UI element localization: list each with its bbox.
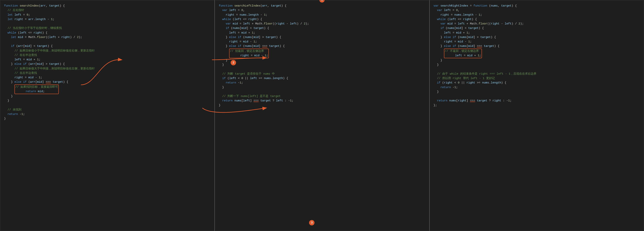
- code-middle: function searchLeftIndex(arr, target) { …: [219, 4, 425, 108]
- badge-1: 1: [319, 0, 325, 3]
- badge-3: 3: [309, 220, 314, 225]
- panel-right: var searchRightIndex = function (nums, t…: [429, 0, 644, 231]
- code-right: var searchRightIndex = function (nums, t…: [434, 4, 640, 108]
- main-container: function searchIndex(arr, target) { // 左…: [0, 0, 644, 231]
- panel-left: function searchIndex(arr, target) { // 左…: [0, 0, 214, 231]
- code-left: function searchIndex(arr, target) { // 左…: [4, 4, 210, 121]
- panel-middle: function searchLeftIndex(arr, target) { …: [214, 0, 429, 231]
